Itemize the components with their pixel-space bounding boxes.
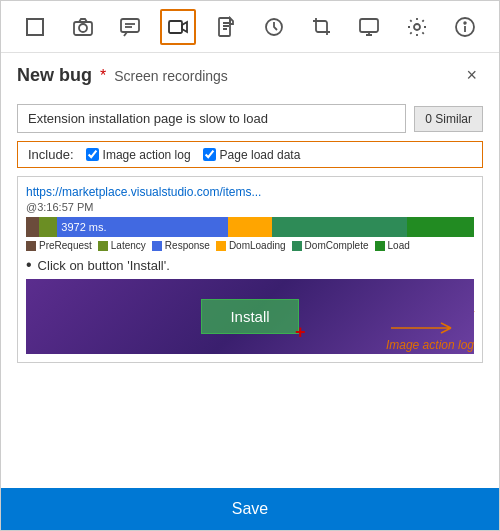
image-action-annotation-text: Image action log xyxy=(386,338,474,352)
search-row: 0 Similar xyxy=(17,104,483,133)
info-icon[interactable] xyxy=(447,9,483,45)
include-label: Include: xyxy=(28,147,74,162)
monitor-icon[interactable] xyxy=(351,9,387,45)
search-input[interactable] xyxy=(17,104,406,133)
latency-label: Latency xyxy=(111,240,146,251)
latency-bar xyxy=(39,217,57,237)
svg-point-13 xyxy=(464,22,466,24)
gear-icon[interactable] xyxy=(399,9,435,45)
recording-panel: https://marketplace.visualstudio.com/ite… xyxy=(17,176,483,363)
similar-button[interactable]: 0 Similar xyxy=(414,106,483,132)
tile-time: @3:16:57 PM xyxy=(26,201,474,213)
legend-response: Response xyxy=(152,240,210,251)
image-action-log-label: Image action log xyxy=(103,148,191,162)
latency-dot xyxy=(98,241,108,251)
toolbar xyxy=(1,1,499,53)
close-button[interactable]: × xyxy=(460,63,483,88)
document-icon[interactable] xyxy=(208,9,244,45)
action-log-text: • Click on button 'Install'. xyxy=(26,257,474,273)
legend-load: Load xyxy=(375,240,410,251)
domloading-label: DomLoading xyxy=(229,240,286,251)
legend-domcomplete: DomComplete xyxy=(292,240,369,251)
duration-label: 3972 ms. xyxy=(57,221,110,233)
video-icon[interactable] xyxy=(160,9,196,45)
load-label: Load xyxy=(388,240,410,251)
page-load-tile: https://marketplace.visualstudio.com/ite… xyxy=(26,185,474,251)
page-title: New bug xyxy=(17,65,92,86)
svg-rect-7 xyxy=(219,18,230,36)
response-label: Response xyxy=(165,240,210,251)
image-action-log-checkbox-item[interactable]: Image action log xyxy=(86,148,191,162)
main-content: 0 Similar Include: Image action log Page… xyxy=(1,94,499,488)
svg-point-10 xyxy=(414,24,420,30)
domcomplete-label: DomComplete xyxy=(305,240,369,251)
legend-domloading: DomLoading xyxy=(216,240,286,251)
rectangle-icon[interactable] xyxy=(17,9,53,45)
response-bar: 3972 ms. xyxy=(57,217,227,237)
install-button-mock: Install + xyxy=(201,299,298,334)
include-row: Include: Image action log Page load data xyxy=(17,141,483,168)
clock-icon[interactable] xyxy=(256,9,292,45)
legend-latency: Latency xyxy=(98,240,146,251)
load-dot xyxy=(375,241,385,251)
response-dot xyxy=(152,241,162,251)
page-subtitle: Screen recordings xyxy=(114,68,228,84)
domloading-bar xyxy=(228,217,273,237)
required-star: * xyxy=(100,67,106,85)
svg-rect-3 xyxy=(121,19,139,32)
prerequest-dot xyxy=(26,241,36,251)
image-action-log-checkbox[interactable] xyxy=(86,148,99,161)
image-action-arrow-icon xyxy=(386,320,456,336)
svg-rect-0 xyxy=(27,19,43,35)
action-description: Click on button 'Install'. xyxy=(38,258,170,273)
page-load-data-label: Page load data xyxy=(220,148,301,162)
image-action-annotation: Image action log xyxy=(386,320,474,352)
header-row: New bug * Screen recordings × xyxy=(1,53,499,94)
bar-legend: PreRequest Latency Response DomLoading D… xyxy=(26,240,474,251)
cursor-cross-icon: + xyxy=(295,323,306,341)
svg-rect-6 xyxy=(169,21,182,33)
bar-chart: 3972 ms. xyxy=(26,217,474,237)
svg-point-2 xyxy=(79,24,87,32)
prerequest-label: PreRequest xyxy=(39,240,92,251)
camera-icon[interactable] xyxy=(65,9,101,45)
crop-icon[interactable] xyxy=(304,9,340,45)
bullet-icon: • xyxy=(26,257,32,273)
load-bar xyxy=(407,217,474,237)
install-label: Install xyxy=(230,308,269,325)
legend-prerequest: PreRequest xyxy=(26,240,92,251)
save-button[interactable]: Save xyxy=(1,488,499,530)
domloading-dot xyxy=(216,241,226,251)
svg-rect-9 xyxy=(360,19,378,32)
prerequest-bar xyxy=(26,217,39,237)
domcomplete-bar xyxy=(272,217,406,237)
page-load-data-checkbox[interactable] xyxy=(203,148,216,161)
page-load-data-checkbox-item[interactable]: Page load data xyxy=(203,148,301,162)
domcomplete-dot xyxy=(292,241,302,251)
comment-icon[interactable] xyxy=(112,9,148,45)
tile-url-link[interactable]: https://marketplace.visualstudio.com/ite… xyxy=(26,185,474,199)
